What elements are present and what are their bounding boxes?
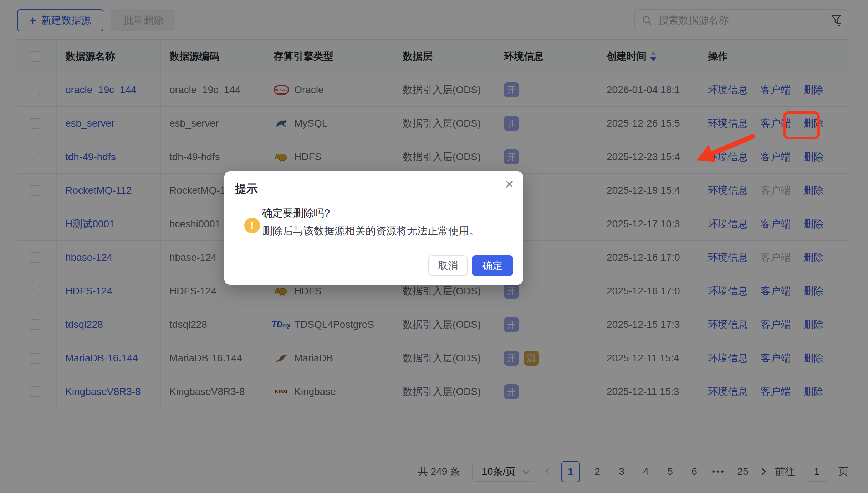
warning-icon: !	[244, 218, 260, 233]
confirm-button[interactable]: 确定	[472, 255, 513, 276]
dialog-title: 提示	[235, 181, 258, 197]
close-icon[interactable]: ×	[505, 176, 514, 192]
annotation-highlight-box	[783, 111, 820, 139]
dialog-description: 删除后与该数据源相关的资源将无法正常使用。	[262, 224, 479, 238]
dialog-question: 确定要删除吗?	[262, 206, 330, 220]
cancel-button[interactable]: 取消	[428, 255, 468, 276]
annotation-arrow	[679, 123, 772, 169]
delete-confirm-dialog: 提示 × ! 确定要删除吗? 删除后与该数据源相关的资源将无法正常使用。 取消 …	[224, 171, 523, 285]
